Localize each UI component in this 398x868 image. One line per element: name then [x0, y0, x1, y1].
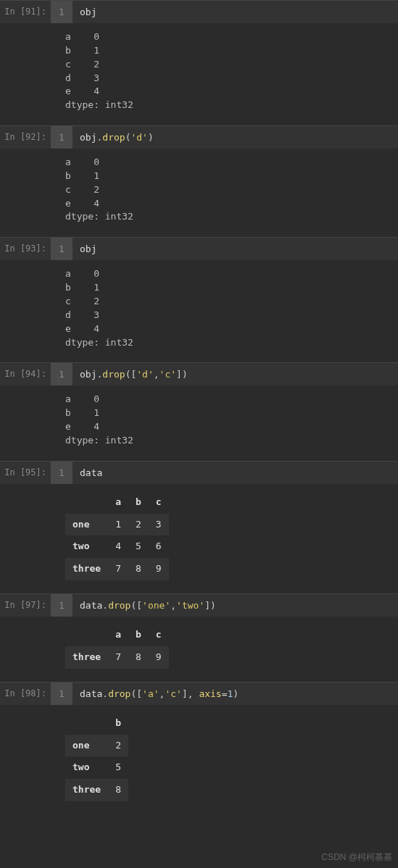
code-token: drop — [108, 688, 130, 699]
code-token: ]) — [204, 600, 216, 611]
table-corner — [65, 491, 108, 514]
line-number: 1 — [51, 238, 72, 260]
table-cell: 1 — [108, 514, 128, 536]
code-token: . — [102, 600, 108, 611]
row-index: two — [65, 535, 108, 558]
code-input[interactable]: obj.drop(['d','c']) — [72, 363, 398, 385]
input-row: In [94]:1obj.drop(['d','c']) — [0, 362, 398, 385]
code-input[interactable]: obj — [72, 1, 398, 23]
series-index: d — [65, 309, 71, 320]
line-number: 1 — [51, 683, 72, 705]
code-token: , — [170, 600, 176, 611]
cell-output: a 0b 1c 2d 3e 4dtype: int32 — [0, 260, 398, 359]
code-token: 'd' — [136, 369, 153, 380]
series-value: 0 — [94, 268, 99, 279]
code-token: , — [154, 369, 159, 380]
series-index: e — [65, 421, 71, 432]
notebook-cell: In [93]:1obja 0b 1c 2d 3e 4dtype: int32 — [0, 237, 398, 359]
cell-prompt: In [91]: — [0, 1, 51, 17]
series-index: b — [65, 282, 71, 293]
series-dtype: dtype: int32 — [65, 99, 391, 112]
cell-prompt: In [94]: — [0, 363, 51, 379]
code-token: = — [222, 688, 228, 699]
code-token: obj — [80, 243, 96, 254]
table-row: one123 — [65, 514, 169, 536]
series-value: 4 — [94, 198, 99, 209]
row-index: three — [65, 646, 108, 669]
cell-prompt: In [93]: — [0, 238, 51, 254]
table-corner — [65, 712, 108, 735]
notebook-cell: In [98]:1data.drop(['a','c'], axis=1)bon… — [0, 682, 398, 811]
input-row: In [91]:1obj — [0, 0, 398, 23]
line-number: 1 — [51, 594, 72, 617]
line-number: 1 — [51, 1, 72, 23]
code-token: drop — [108, 600, 130, 611]
code-token: ) — [233, 688, 239, 699]
code-token: ) — [148, 132, 154, 143]
row-index: one — [65, 514, 108, 536]
code-token: 'two' — [176, 600, 204, 611]
series-value: 1 — [94, 170, 99, 181]
series-index: a — [65, 31, 71, 42]
cell-output: bone2two5three8 — [0, 705, 398, 811]
cell-prompt: In [92]: — [0, 126, 51, 142]
code-token: data — [80, 600, 102, 611]
row-index: one — [65, 735, 108, 757]
code-input[interactable]: data.drop(['a','c'], axis=1) — [72, 683, 398, 705]
notebook-cell: In [94]:1obj.drop(['d','c'])a 0b 1e 4dty… — [0, 362, 398, 457]
series-value: 1 — [94, 407, 99, 418]
code-token: obj — [80, 132, 96, 143]
table-cell: 5 — [108, 756, 128, 779]
series-index: d — [65, 72, 71, 83]
series-index: c — [65, 296, 71, 306]
table-cell: 7 — [108, 646, 128, 669]
code-token: ]) — [176, 369, 188, 380]
cell-output: abcthree789 — [0, 617, 398, 679]
series-index: a — [65, 268, 71, 279]
input-row: In [95]:1data — [0, 461, 398, 484]
code-token: data — [80, 467, 102, 478]
column-header: a — [108, 491, 128, 514]
code-token: 'c' — [159, 369, 176, 380]
series-value: 0 — [94, 157, 99, 167]
table-cell: 9 — [149, 646, 169, 669]
series-dtype: dtype: int32 — [65, 210, 391, 224]
code-token: 'c' — [165, 688, 181, 699]
cell-prompt: In [97]: — [0, 594, 51, 610]
series-value: 0 — [94, 393, 99, 404]
code-token: drop — [102, 132, 125, 143]
series-index: e — [65, 198, 71, 209]
code-input[interactable]: data — [72, 462, 398, 484]
code-input[interactable]: obj.drop('d') — [72, 126, 398, 149]
row-index: three — [65, 779, 108, 801]
code-token: axis — [199, 688, 221, 699]
row-index: two — [65, 756, 108, 779]
code-token: data — [80, 688, 102, 699]
notebook-cell: In [91]:1obja 0b 1c 2d 3e 4dtype: int32 — [0, 0, 398, 122]
code-token: ([ — [130, 688, 142, 699]
series-value: 4 — [94, 421, 99, 432]
series-output: a 0b 1e 4dtype: int32 — [65, 393, 391, 447]
input-row: In [93]:1obj — [0, 237, 398, 260]
line-number: 1 — [51, 363, 72, 385]
row-index: three — [65, 558, 108, 580]
dataframe-output: bone2two5three8 — [65, 712, 128, 801]
code-input[interactable]: obj — [72, 238, 398, 260]
series-index: a — [65, 157, 71, 167]
code-token: obj — [80, 7, 96, 17]
cell-output: a 0b 1c 2e 4dtype: int32 — [0, 149, 398, 234]
input-row: In [98]:1data.drop(['a','c'], axis=1) — [0, 682, 398, 705]
column-header: a — [108, 624, 128, 646]
table-cell: 2 — [108, 735, 128, 757]
cell-prompt: In [98]: — [0, 683, 51, 698]
notebook-cell: In [92]:1obj.drop('d')a 0b 1c 2e 4dtype:… — [0, 125, 398, 234]
notebook-cell: In [95]:1dataabcone123two456three789 — [0, 461, 398, 591]
table-cell: 6 — [149, 535, 169, 558]
notebook-cell: In [97]:1data.drop(['one','two'])abcthre… — [0, 593, 398, 679]
line-number: 1 — [51, 126, 72, 149]
table-row: three789 — [65, 558, 169, 580]
code-input[interactable]: data.drop(['one','two']) — [72, 594, 398, 617]
table-cell: 4 — [108, 535, 128, 558]
code-token: obj — [80, 369, 96, 380]
input-row: In [97]:1data.drop(['one','two']) — [0, 593, 398, 617]
